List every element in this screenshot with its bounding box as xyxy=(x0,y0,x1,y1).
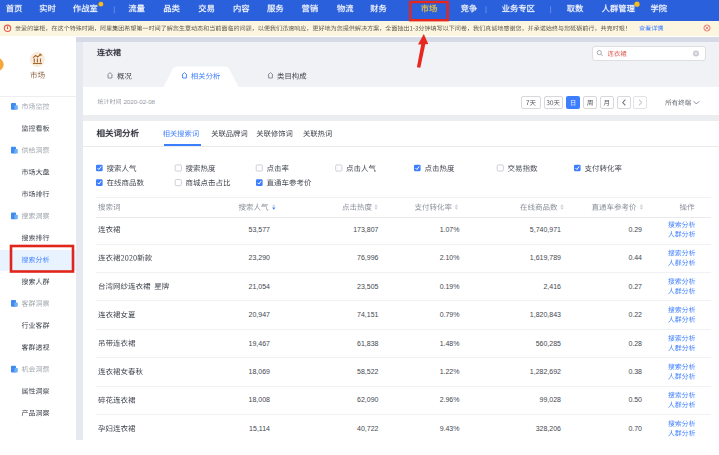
svg-text:76,996: 76,996 xyxy=(357,254,379,261)
svg-text:53,577: 53,577 xyxy=(249,226,271,233)
svg-text:560,285: 560,285 xyxy=(536,340,561,347)
svg-text:0.28: 0.28 xyxy=(628,340,642,347)
svg-text:62,090: 62,090 xyxy=(357,396,379,403)
svg-text:40,722: 40,722 xyxy=(357,425,379,432)
svg-text:0.50: 0.50 xyxy=(628,396,642,403)
svg-text:15,114: 15,114 xyxy=(249,425,270,432)
svg-text:1.48%: 1.48% xyxy=(440,340,460,347)
svg-text:0.27: 0.27 xyxy=(628,283,642,290)
svg-text:1,820,843: 1,820,843 xyxy=(530,311,561,318)
svg-text:1.07%: 1.07% xyxy=(440,226,460,233)
svg-text:1,619,789: 1,619,789 xyxy=(530,254,561,261)
svg-text:1,282,692: 1,282,692 xyxy=(530,368,561,375)
svg-text:1.22%: 1.22% xyxy=(440,368,460,375)
svg-text:18,008: 18,008 xyxy=(249,396,271,403)
svg-text:0.38: 0.38 xyxy=(628,368,642,375)
svg-text:0.22: 0.22 xyxy=(628,311,642,318)
svg-text:19,467: 19,467 xyxy=(249,340,271,347)
svg-text:2.10%: 2.10% xyxy=(440,254,460,261)
svg-text:58,522: 58,522 xyxy=(357,368,379,375)
svg-text:2020-02-08: 2020-02-08 xyxy=(123,98,155,105)
svg-text:20,947: 20,947 xyxy=(249,311,271,318)
svg-text:173,807: 173,807 xyxy=(353,226,378,233)
svg-text:0.70: 0.70 xyxy=(628,425,642,432)
svg-text:23,290: 23,290 xyxy=(249,254,271,261)
svg-text:0.29: 0.29 xyxy=(628,226,642,233)
svg-text:5,740,971: 5,740,971 xyxy=(530,226,561,233)
svg-text:18,069: 18,069 xyxy=(249,368,271,375)
svg-text:23,505: 23,505 xyxy=(357,283,379,290)
svg-text:9.43%: 9.43% xyxy=(440,425,460,432)
svg-text:21,054: 21,054 xyxy=(249,283,271,290)
svg-text:2.96%: 2.96% xyxy=(440,396,460,403)
svg-text:99,028: 99,028 xyxy=(540,396,562,403)
svg-text:0.19%: 0.19% xyxy=(440,283,460,290)
svg-text:0.44: 0.44 xyxy=(628,254,642,261)
svg-text:2,416: 2,416 xyxy=(543,283,561,290)
svg-text:61,838: 61,838 xyxy=(357,340,379,347)
svg-text:328,206: 328,206 xyxy=(536,425,561,432)
svg-text:74,151: 74,151 xyxy=(357,311,379,318)
svg-text:0.79%: 0.79% xyxy=(440,311,460,318)
